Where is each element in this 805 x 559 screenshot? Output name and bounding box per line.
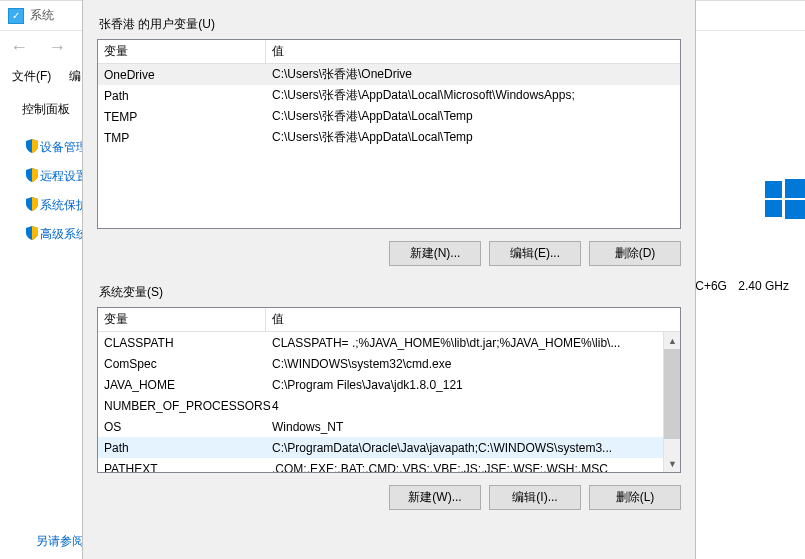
forward-arrow-icon: → (48, 37, 66, 58)
table-row[interactable]: OSWindows_NT (98, 416, 680, 437)
row-var-name: PATHEXT (98, 462, 266, 474)
row-var-value: .COM;.EXE;.BAT;.CMD;.VBS;.VBE;.JS;.JSE;.… (266, 462, 680, 474)
row-var-value: 4 (266, 399, 680, 413)
link-label: 设备管理 (40, 139, 88, 156)
link-label: 高级系统 (40, 226, 88, 243)
row-var-name: Path (98, 441, 266, 455)
user-button-row: 新建(N)... 编辑(E)... 删除(D) (97, 241, 681, 266)
system-vars-label: 系统变量(S) (99, 284, 681, 301)
new-system-var-button[interactable]: 新建(W)... (389, 485, 481, 510)
col-value[interactable]: 值 (266, 308, 680, 331)
user-vars-label: 张香港 的用户变量(U) (99, 16, 681, 33)
table-row[interactable]: OneDriveC:\Users\张香港\OneDrive (98, 64, 680, 85)
row-var-name: TEMP (98, 110, 266, 124)
row-var-value: C:\Users\张香港\OneDrive (266, 66, 680, 83)
window-title: 系统 (30, 7, 54, 24)
user-rows: OneDriveC:\Users\张香港\OneDrivePathC:\User… (98, 64, 680, 148)
row-var-value: C:\WINDOWS\system32\cmd.exe (266, 357, 680, 371)
link-label: 系统保护 (40, 197, 88, 214)
system-rows: CLASSPATHCLASSPATH= .;%JAVA_HOME%\lib\dt… (98, 332, 680, 473)
see-also-link[interactable]: 另请参阅 (36, 533, 84, 550)
scroll-down-icon[interactable]: ▼ (664, 455, 681, 472)
row-var-name: TMP (98, 131, 266, 145)
ghz-info: 2.40 GHz (738, 279, 789, 293)
row-var-name: ComSpec (98, 357, 266, 371)
shield-icon (24, 167, 40, 186)
scroll-up-icon[interactable]: ▲ (664, 332, 681, 349)
col-variable[interactable]: 变量 (98, 308, 266, 331)
table-row[interactable]: CLASSPATHCLASSPATH= .;%JAVA_HOME%\lib\dt… (98, 332, 680, 353)
row-var-name: NUMBER_OF_PROCESSORS (98, 399, 266, 413)
table-row[interactable]: NUMBER_OF_PROCESSORS4 (98, 395, 680, 416)
menu-file[interactable]: 文件(F) (12, 68, 51, 85)
row-var-name: JAVA_HOME (98, 378, 266, 392)
back-arrow-icon: ← (10, 37, 28, 58)
row-var-name: Path (98, 89, 266, 103)
table-header: 变量 值 (98, 308, 680, 332)
row-var-value: CLASSPATH= .;%JAVA_HOME%\lib\dt.jar;%JAV… (266, 336, 680, 350)
windows-logo-icon (765, 179, 805, 219)
delete-user-var-button[interactable]: 删除(D) (589, 241, 681, 266)
shield-icon (24, 225, 40, 244)
link-label: 远程设置 (40, 168, 88, 185)
shield-icon (24, 196, 40, 215)
system-info: 4C+6G 2.40 GHz (689, 279, 797, 293)
table-row[interactable]: JAVA_HOMEC:\Program Files\Java\jdk1.8.0_… (98, 374, 680, 395)
row-var-value: C:\Users\张香港\AppData\Local\Microsoft\Win… (266, 87, 680, 104)
table-row[interactable]: PathC:\Users\张香港\AppData\Local\Microsoft… (98, 85, 680, 106)
delete-system-var-button[interactable]: 删除(L) (589, 485, 681, 510)
edit-system-var-button[interactable]: 编辑(I)... (489, 485, 581, 510)
row-var-value: C:\Program Files\Java\jdk1.8.0_121 (266, 378, 680, 392)
table-row[interactable]: PATHEXT.COM;.EXE;.BAT;.CMD;.VBS;.VBE;.JS… (98, 458, 680, 473)
system-button-row: 新建(W)... 编辑(I)... 删除(L) (97, 485, 681, 510)
system-vars-table[interactable]: 变量 值 CLASSPATHCLASSPATH= .;%JAVA_HOME%\l… (97, 307, 681, 473)
row-var-value: C:\ProgramData\Oracle\Java\javapath;C:\W… (266, 441, 680, 455)
scrollbar[interactable]: ▲ ▼ (663, 332, 680, 472)
col-value[interactable]: 值 (266, 40, 680, 63)
row-var-value: C:\Users\张香港\AppData\Local\Temp (266, 129, 680, 146)
row-var-value: Windows_NT (266, 420, 680, 434)
system-icon (8, 8, 24, 24)
table-row[interactable]: TEMPC:\Users\张香港\AppData\Local\Temp (98, 106, 680, 127)
user-vars-table[interactable]: 变量 值 OneDriveC:\Users\张香港\OneDrivePathC:… (97, 39, 681, 229)
menu-edit[interactable]: 编 (69, 68, 81, 85)
row-var-value: C:\Users\张香港\AppData\Local\Temp (266, 108, 680, 125)
table-header: 变量 值 (98, 40, 680, 64)
table-row[interactable]: PathC:\ProgramData\Oracle\Java\javapath;… (98, 437, 680, 458)
edit-user-var-button[interactable]: 编辑(E)... (489, 241, 581, 266)
new-user-var-button[interactable]: 新建(N)... (389, 241, 481, 266)
col-variable[interactable]: 变量 (98, 40, 266, 63)
scroll-thumb[interactable] (664, 349, 681, 439)
shield-icon (24, 138, 40, 157)
row-var-name: OS (98, 420, 266, 434)
table-row[interactable]: ComSpecC:\WINDOWS\system32\cmd.exe (98, 353, 680, 374)
row-var-name: OneDrive (98, 68, 266, 82)
row-var-name: CLASSPATH (98, 336, 266, 350)
env-vars-dialog: 张香港 的用户变量(U) 变量 值 OneDriveC:\Users\张香港\O… (82, 0, 696, 559)
table-row[interactable]: TMPC:\Users\张香港\AppData\Local\Temp (98, 127, 680, 148)
